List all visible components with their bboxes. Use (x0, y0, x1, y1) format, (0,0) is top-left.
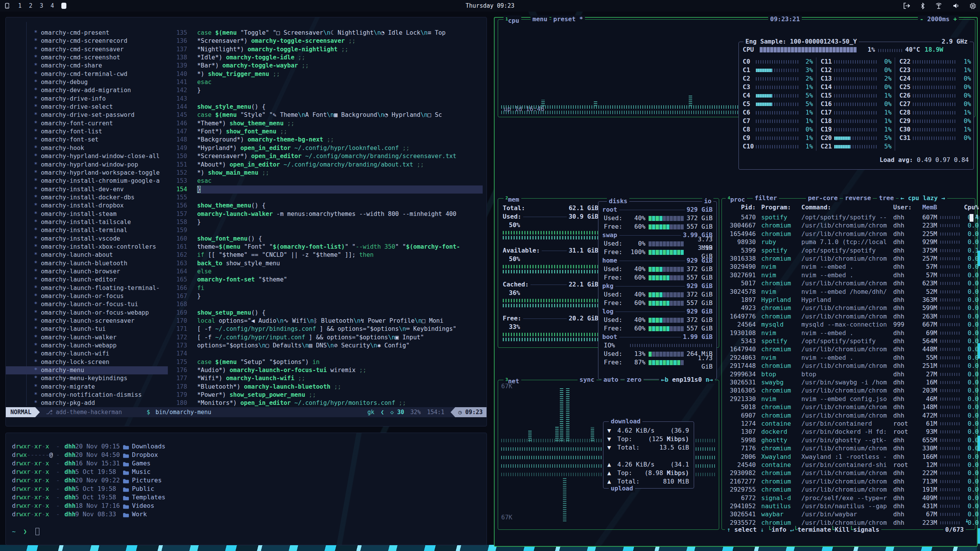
explorer-item[interactable]: *omarchy-hyprland-window-pop (6, 161, 168, 169)
explorer-item[interactable]: *omarchy-hook (6, 144, 168, 152)
cpu-chip-icon[interactable] (970, 3, 976, 9)
folder-name[interactable]: Work (132, 510, 147, 519)
disks-box-title[interactable]: disks (607, 197, 629, 205)
code-line[interactable]: 177 *Wifi*) omarchy-launch-wifi ;; (171, 374, 484, 382)
code-line[interactable]: 149 *Hyprland*) open_in_editor ~/.config… (171, 144, 484, 152)
explorer-item[interactable]: *omarchy-install-vscode (6, 235, 168, 243)
folder-name[interactable]: Templates (132, 493, 166, 502)
code-line[interactable]: 146 *Theme*) show_theme_menu ;; (171, 120, 484, 128)
code-line[interactable]: 153 esac (171, 177, 484, 185)
process-row[interactable]: 3004667chromium/usr/lib/chromium/chromdh… (725, 221, 967, 229)
proc-box-title[interactable]: 4proc (726, 194, 747, 202)
process-row[interactable]: 1930108nvimnvim --embed .dhh69M0.0 (725, 329, 967, 337)
code-line[interactable]: 136 *Screensaver*) omarchy-toggle-screen… (171, 37, 484, 45)
explorer-item[interactable]: *omarchy-install-dropbox (6, 202, 168, 210)
explorer-item[interactable]: *omarchy-cmd-present (6, 29, 168, 37)
process-row[interactable]: 3024578nvimnvim --embed /home/dhh/dhh52M… (725, 288, 967, 296)
wifi-icon[interactable] (935, 3, 943, 9)
explorer-item[interactable]: *omarchy-launch-tui (6, 325, 168, 333)
filter-button[interactable]: filter (753, 194, 779, 202)
logout-icon[interactable] (903, 3, 911, 9)
process-row[interactable]: 1274containe/usr/bin/containerdroot61M0.… (725, 420, 967, 428)
preset-button[interactable]: preset * (551, 15, 585, 23)
explorer-item[interactable]: *omarchy-launch-wifi (6, 350, 168, 358)
explorer-item[interactable]: *omarchy-debug (6, 78, 168, 86)
process-row[interactable]: 1649776chromium/usr/lib/chromium/chromdh… (725, 312, 967, 320)
explorer-item[interactable]: *omarchy-cmd-screensaver (6, 45, 168, 54)
scroll-down-icon[interactable]: ↓ (965, 517, 969, 524)
process-row[interactable]: 98930rubypuma 7.1.0 (tcp://localdhh929M0… (725, 238, 967, 246)
code-line[interactable]: 140 *) show_trigger_menu ;; (171, 70, 484, 78)
folder-name[interactable]: Pictures (132, 476, 162, 485)
update-interval[interactable]: - 2000ms + (918, 15, 959, 23)
folder-name[interactable]: Games (132, 459, 150, 468)
cpu-box-title[interactable]: 1cpu (504, 15, 521, 23)
terminal-window[interactable]: drwxr-xr-x-dhh20 Nov 09:15Downloadsdrwx-… (5, 433, 487, 545)
process-row[interactable]: 3026541waybar/usr/bin/waybardhh67M0.0 (725, 510, 967, 518)
explorer-item[interactable]: *omarchy-drive-set-password (6, 111, 168, 119)
code-line[interactable]: 166 fi (171, 284, 484, 292)
explorer-item[interactable]: *omarchy-menu (6, 366, 168, 374)
folder-name[interactable]: Downloads (132, 442, 166, 451)
folder-name[interactable]: Dropbox (132, 451, 158, 459)
process-row[interactable]: 3016305chromium/usr/lib/chromium/chromdh… (725, 386, 967, 394)
explorer-item[interactable]: *omarchy-drive-select (6, 103, 168, 111)
process-row[interactable]: 2941052nautilus/usr/bin/nautilus --gapdh… (725, 502, 967, 510)
explorer-item[interactable]: *omarchy-launch-webapp (6, 342, 168, 350)
explorer-item[interactable]: *omarchy-install-dev-env (6, 185, 168, 194)
process-row[interactable]: 3029490nvimnvim --embed .dhh57M0.0 (725, 263, 967, 271)
code-line[interactable]: 179 *Power*) show_setup_power_menu ;; (171, 391, 484, 399)
explorer-item[interactable]: *omarchy-font-set (6, 136, 168, 144)
explorer-item[interactable]: *omarchy-launch-bluetooth (6, 259, 168, 268)
process-row[interactable]: 24540containe/usr/bin/containerd-shiroot… (725, 461, 967, 469)
folder-name[interactable]: Videos (132, 502, 154, 510)
process-row[interactable]: 2006XwaylandXwayland :1 -rootless -dhh16… (725, 453, 967, 461)
code-line[interactable]: 171 [ -f ~/.config/hypr/bindings.conf ] … (171, 325, 484, 333)
code-line[interactable]: 165 omarchy-font-set "$theme" (171, 276, 484, 284)
explorer-item[interactable]: *omarchy-lock-screen (6, 358, 168, 366)
proc-header[interactable]: Pid: Program: Command: User: MemB Cpu% ↑ (725, 203, 972, 212)
bluetooth-icon[interactable] (921, 3, 925, 9)
code-line[interactable]: 154} (171, 185, 484, 194)
code-line[interactable]: 155 (171, 194, 484, 202)
process-row[interactable]: 2929755chromium/usr/lib/chromium/chromdh… (725, 485, 967, 494)
code-line[interactable]: 167} (171, 292, 484, 300)
explorer-item[interactable]: *omarchy-hyprland-window-close-all (6, 152, 168, 160)
auto-button[interactable]: auto (602, 376, 620, 384)
code-line[interactable]: 142} (171, 86, 484, 94)
explorer-item[interactable]: *omarchy-launch-or-focus-tui (6, 300, 168, 308)
process-row[interactable]: 3016338chromium/usr/lib/chromium/chromdh… (725, 254, 967, 263)
code-line[interactable]: 141 esac (171, 78, 484, 86)
code-line[interactable]: 160show_font_menu() { (171, 235, 484, 243)
code-line[interactable]: 138 *Idle*) omarchy-toggle-idle ;; (171, 54, 484, 62)
explorer-item[interactable]: *omarchy-launch-floating-terminal- (6, 284, 168, 292)
explorer-item[interactable]: *omarchy-cmd-terminal-cwd (6, 70, 168, 78)
code-line[interactable]: 147 *Font*) show_font_menu ;; (171, 128, 484, 136)
code-line[interactable]: 139 *Bar*) omarchy-toggle-waybar ;; (171, 62, 484, 70)
code-line[interactable]: 172 [ -f ~/.config/hypr/input.conf ] && … (171, 334, 484, 342)
process-row[interactable]: 3027691nvimnvim --embed .dhh57M0.0 (725, 271, 967, 279)
code-line[interactable]: 162 if [[ "$theme" == "CNCLD" || -z "$th… (171, 251, 484, 259)
code-line[interactable]: 135 case $(menu "Toggle" "□ Screensaver\… (171, 29, 484, 37)
process-row[interactable]: 6772signal-d/proc/self/exe --type=rdhh40… (725, 494, 967, 502)
explorer-item[interactable]: *omarchy-launch-or-focus (6, 292, 168, 300)
sort-selector[interactable]: ← cpu lazy → (899, 194, 947, 202)
code-buffer[interactable]: 135 case $(menu "Toggle" "□ Screensaver\… (171, 29, 484, 408)
process-row[interactable]: 1647940chromium/usr/lib/chromium/chromdh… (725, 345, 967, 353)
process-row[interactable]: 2921330nvimnvim --embed config.jsodhh46M… (725, 395, 967, 403)
process-row[interactable]: 24564mysqldmysqld --max-connection999667… (725, 320, 967, 329)
explorer-item[interactable]: *omarchy-font-current (6, 120, 168, 128)
reverse-button[interactable]: reverse (843, 194, 873, 202)
shell-prompt[interactable]: ~ ❯ (12, 527, 39, 536)
explorer-item[interactable]: *omarchy-launch-or-focus-webapp (6, 309, 168, 317)
code-line[interactable]: 148 *Background*) omarchy-theme-bg-next … (171, 136, 484, 144)
explorer-item[interactable]: *omarchy-install-docker-dbs (6, 194, 168, 202)
code-line[interactable]: 173 options="$options\n▢ Defaults\n▤ DNS… (171, 342, 484, 350)
explorer-item[interactable]: *omarchy-cmd-screenrecord (6, 37, 168, 45)
process-row[interactable]: 1897HyprlandHyprlanddhh363M0.0 (725, 296, 967, 304)
folder-name[interactable]: Public (132, 485, 154, 493)
zero-button[interactable]: zero (625, 376, 644, 384)
tree-button[interactable]: tree (877, 194, 896, 202)
code-line[interactable]: 159 (171, 226, 484, 234)
explorer-item[interactable]: *omarchy-hyprland-workspace-toggle (6, 169, 168, 177)
